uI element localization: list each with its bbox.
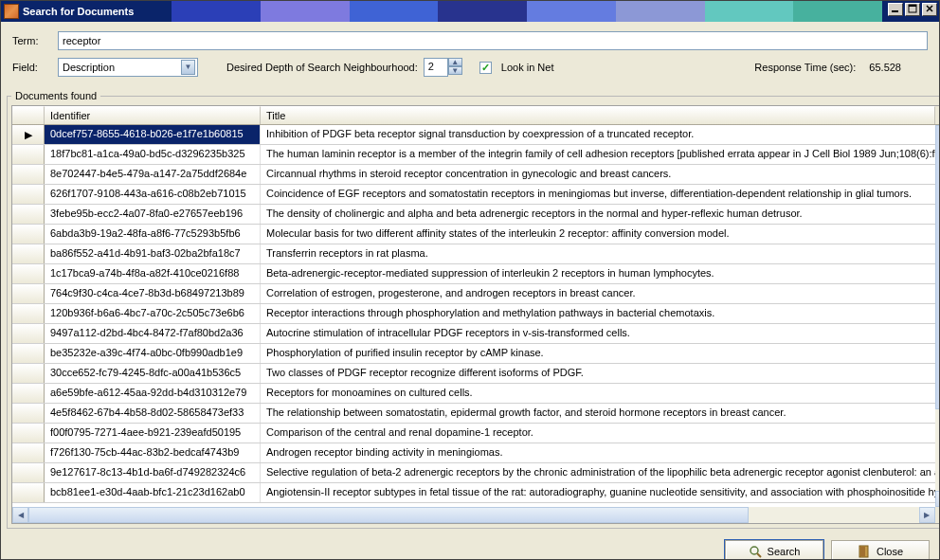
- title-cell[interactable]: Angiotensin-II receptor subtypes in feta…: [261, 483, 940, 502]
- table-row[interactable]: bcb81ee1-e30d-4aab-bfc1-21c23d162ab0Angi…: [12, 483, 940, 503]
- table-row[interactable]: 626f1707-9108-443a-a616-c08b2eb71015Coin…: [12, 185, 940, 205]
- row-selector[interactable]: [12, 443, 45, 462]
- table-row[interactable]: f00f0795-7271-4aee-b921-239eafd50195Comp…: [12, 424, 940, 443]
- table-row[interactable]: ▶0dcef757-8655-4618-b026-e1f7e1b60815Inh…: [12, 125, 940, 145]
- identifier-cell[interactable]: 18f7bc81-a1ca-49a0-bd5c-d3296235b325: [45, 145, 261, 164]
- identifier-cell[interactable]: 0dcef757-8655-4618-b026-e1f7e1b60815: [45, 125, 261, 144]
- row-selector[interactable]: [12, 344, 45, 363]
- table-row[interactable]: 9e127617-8c13-4b1d-ba6f-d749282324c6Sele…: [12, 463, 940, 483]
- field-select[interactable]: Description ▼: [58, 58, 198, 77]
- row-selector[interactable]: [12, 145, 45, 164]
- row-selector-header[interactable]: [12, 106, 45, 124]
- hscroll-right-icon[interactable]: ▶: [919, 507, 935, 523]
- row-selector[interactable]: ▶: [12, 125, 45, 144]
- table-row[interactable]: 18f7bc81-a1ca-49a0-bd5c-d3296235b325The …: [12, 145, 940, 165]
- title-cell[interactable]: Comparison of the central and renal dopa…: [261, 424, 940, 443]
- identifier-cell[interactable]: f00f0795-7271-4aee-b921-239eafd50195: [45, 424, 261, 443]
- title-cell[interactable]: Receptors for monoamines on cultured cel…: [261, 384, 940, 403]
- term-input[interactable]: [58, 31, 928, 50]
- title-cell[interactable]: Circannual rhythms in steroid receptor c…: [261, 165, 940, 184]
- table-row[interactable]: 6abda3b9-19a2-48fa-a8f6-77c5293b5fb6Mole…: [12, 225, 940, 244]
- identifier-cell[interactable]: 30cce652-fc79-4245-8dfc-a00a41b536c5: [45, 364, 261, 383]
- table-row[interactable]: f726f130-75cb-44ac-83b2-bedcaf4743b9Andr…: [12, 443, 940, 463]
- table-row[interactable]: be35232e-a39c-4f74-a0bc-0fb990adb1e9Phos…: [12, 344, 940, 364]
- row-selector[interactable]: [12, 304, 45, 323]
- depth-value[interactable]: 2: [424, 58, 448, 77]
- table-row[interactable]: 4e5f8462-67b4-4b58-8d02-58658473ef33The …: [12, 404, 940, 424]
- table-row[interactable]: 9497a112-d2bd-4bc4-8472-f7af80bd2a36Auto…: [12, 324, 940, 344]
- identifier-cell[interactable]: be35232e-a39c-4f74-a0bc-0fb990adb1e9: [45, 344, 261, 363]
- title-column-header[interactable]: Title: [261, 106, 935, 124]
- maximize-button[interactable]: [905, 3, 920, 16]
- table-row[interactable]: 120b936f-b6a6-4bc7-a70c-2c505c73e6b6Rece…: [12, 304, 940, 324]
- table-row[interactable]: 30cce652-fc79-4245-8dfc-a00a41b536c5Two …: [12, 364, 940, 384]
- title-cell[interactable]: Phosphorylation of purified insulin rece…: [261, 344, 940, 363]
- identifier-cell[interactable]: 9e127617-8c13-4b1d-ba6f-d749282324c6: [45, 463, 261, 482]
- hscroll-thumb[interactable]: [28, 507, 749, 523]
- close-button[interactable]: Close: [831, 540, 930, 560]
- row-selector[interactable]: [12, 384, 45, 403]
- title-cell[interactable]: Autocrine stimulation of intracellular P…: [261, 324, 940, 343]
- title-cell[interactable]: Molecular basis for two different affini…: [261, 225, 940, 244]
- lookin-checkbox[interactable]: ✓: [479, 62, 492, 74]
- identifier-cell[interactable]: 8e702447-b4e5-479a-a147-2a75ddf2684e: [45, 165, 261, 184]
- title-cell[interactable]: Beta-adrenergic-receptor-mediated suppre…: [261, 264, 940, 283]
- hscroll-left-icon[interactable]: ◀: [12, 507, 28, 523]
- title-cell[interactable]: Receptor interactions through phosphoryl…: [261, 304, 940, 323]
- spinner-up-icon[interactable]: ▲: [448, 58, 462, 66]
- spinner-down-icon[interactable]: ▼: [448, 66, 462, 75]
- vscroll-down-icon[interactable]: ▼: [935, 491, 940, 507]
- table-row[interactable]: a6e59bfe-a612-45aa-92dd-b4d310312e79Rece…: [12, 384, 940, 404]
- table-row[interactable]: 764c9f30-c4ca-4ce7-8b3d-b68497213b89Corr…: [12, 284, 940, 304]
- identifier-cell[interactable]: 9497a112-d2bd-4bc4-8472-f7af80bd2a36: [45, 324, 261, 343]
- row-selector[interactable]: [12, 424, 45, 443]
- row-selector[interactable]: [12, 364, 45, 383]
- row-selector[interactable]: [12, 284, 45, 303]
- row-selector[interactable]: [12, 165, 45, 184]
- minimize-button[interactable]: [888, 3, 903, 16]
- vertical-scrollbar[interactable]: ▼: [935, 125, 940, 507]
- table-row[interactable]: 1c17bca9-a74b-4f8a-a82f-410ce0216f88Beta…: [12, 264, 940, 284]
- identifier-cell[interactable]: bcb81ee1-e30d-4aab-bfc1-21c23d162ab0: [45, 483, 261, 502]
- results-grid[interactable]: Identifier Title ▲ ▶0dcef757-8655-4618-b…: [11, 105, 940, 524]
- title-cell[interactable]: Two classes of PDGF receptor recognize d…: [261, 364, 940, 383]
- row-selector[interactable]: [12, 264, 45, 283]
- title-cell[interactable]: Coincidence of EGF receptors and somatos…: [261, 185, 940, 204]
- row-selector[interactable]: [12, 205, 45, 224]
- row-selector[interactable]: [12, 404, 45, 423]
- table-row[interactable]: 8e702447-b4e5-479a-a147-2a75ddf2684eCirc…: [12, 165, 940, 185]
- horizontal-scrollbar[interactable]: ◀ ▶: [12, 507, 935, 523]
- identifier-cell[interactable]: f726f130-75cb-44ac-83b2-bedcaf4743b9: [45, 443, 261, 462]
- row-selector[interactable]: [12, 244, 45, 263]
- identifier-cell[interactable]: ba86f552-a41d-4b91-baf3-02ba2bfa18c7: [45, 244, 261, 263]
- title-cell[interactable]: Inhibition of PDGF beta receptor signal …: [261, 125, 940, 144]
- table-row[interactable]: ba86f552-a41d-4b91-baf3-02ba2bfa18c7Tran…: [12, 244, 940, 264]
- row-selector[interactable]: [12, 463, 45, 482]
- identifier-cell[interactable]: 626f1707-9108-443a-a616-c08b2eb71015: [45, 185, 261, 204]
- identifier-cell[interactable]: 3febe95b-ecc2-4a07-8fa0-e27657eeb196: [45, 205, 261, 224]
- identifier-cell[interactable]: 4e5f8462-67b4-4b58-8d02-58658473ef33: [45, 404, 261, 423]
- table-row[interactable]: 3febe95b-ecc2-4a07-8fa0-e27657eeb196The …: [12, 205, 940, 225]
- title-cell[interactable]: The human laminin receptor is a member o…: [261, 145, 940, 164]
- identifier-cell[interactable]: 1c17bca9-a74b-4f8a-a82f-410ce0216f88: [45, 264, 261, 283]
- identifier-cell[interactable]: 764c9f30-c4ca-4ce7-8b3d-b68497213b89: [45, 284, 261, 303]
- title-cell[interactable]: The relationship between somatostatin, e…: [261, 404, 940, 423]
- identifier-cell[interactable]: a6e59bfe-a612-45aa-92dd-b4d310312e79: [45, 384, 261, 403]
- row-selector[interactable]: [12, 483, 45, 502]
- title-cell[interactable]: Correlation of estrogen, progesterone, a…: [261, 284, 940, 303]
- depth-spinner[interactable]: 2 ▲ ▼: [424, 58, 462, 77]
- row-selector[interactable]: [12, 185, 45, 204]
- title-cell[interactable]: Androgen receptor binding activity in me…: [261, 443, 940, 462]
- close-window-button[interactable]: [922, 3, 937, 16]
- title-cell[interactable]: The density of cholinergic and alpha and…: [261, 205, 940, 224]
- search-button[interactable]: Search: [725, 540, 823, 560]
- identifier-cell[interactable]: 120b936f-b6a6-4bc7-a70c-2c505c73e6b6: [45, 304, 261, 323]
- vscroll-up-icon[interactable]: ▲: [935, 106, 940, 124]
- row-selector[interactable]: [12, 324, 45, 343]
- row-selector[interactable]: [12, 225, 45, 244]
- identifier-column-header[interactable]: Identifier: [45, 106, 261, 124]
- title-cell[interactable]: Transferrin receptors in rat plasma.: [261, 244, 940, 263]
- vscroll-thumb[interactable]: [935, 125, 940, 409]
- identifier-cell[interactable]: 6abda3b9-19a2-48fa-a8f6-77c5293b5fb6: [45, 225, 261, 244]
- title-cell[interactable]: Selective regulation of beta-2 adrenergi…: [261, 463, 940, 482]
